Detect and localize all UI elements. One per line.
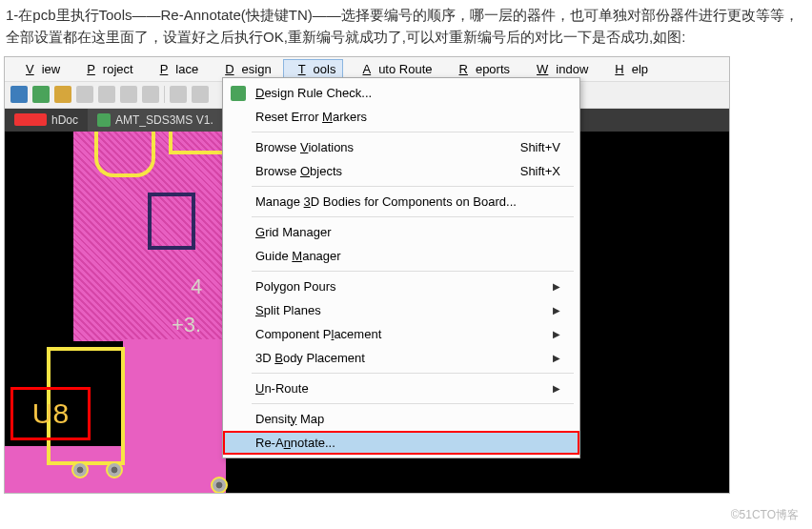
submenu-arrow-icon: ▶ [553,329,560,339]
menu-3d-body-placement[interactable]: 3D Body Placement▶ [223,346,579,370]
yellow-outline [94,132,155,177]
separator [164,86,165,103]
silk-text: 4 [191,275,202,299]
submenu-arrow-icon: ▶ [553,281,560,292]
tool-icon[interactable] [192,86,209,103]
tool-icon[interactable] [32,86,50,103]
red-highlight-icon [14,113,47,126]
menu-design[interactable]: Design [210,59,278,79]
menu-place[interactable]: Place [145,59,207,79]
app-window: View Project Place Design Tools Auto Rou… [4,56,730,494]
separator [252,186,574,187]
pad [211,477,228,494]
menu-polygon-pours[interactable]: Polygon Pours▶ [223,275,579,298]
menu-grid-manager[interactable]: Grid Manager [223,220,579,244]
doc-tab-1[interactable]: hDoc [5,109,88,132]
pcb-doc-icon [97,113,111,127]
pad [106,461,123,478]
shortcut: Shift+X [520,164,560,178]
menu-design-rule-check[interactable]: Design Rule Check... [223,81,579,105]
doc-tab-2[interactable]: AMT_SDS3MS V1. [88,109,223,132]
separator [252,132,574,132]
submenu-arrow-icon: ▶ [553,383,560,394]
tools-dropdown: Design Rule Check... Reset Error Markers… [222,77,580,458]
designator-u8: U8 [10,387,91,440]
menu-re-annotate[interactable]: Re-Annotate... [223,431,579,455]
menu-view[interactable]: View [10,59,68,79]
dark-outline [148,193,195,250]
zoom-icon[interactable] [142,86,159,103]
menu-window[interactable]: Window [521,59,596,79]
pcb-region [123,339,226,494]
yellow-outline [169,132,228,154]
tool-icon[interactable] [98,86,115,103]
tab-label: AMT_SDS3MS V1. [115,113,213,127]
menu-browse-objects[interactable]: Browse ObjectsShift+X [223,159,579,183]
separator [252,373,574,374]
separator [252,216,574,217]
menu-density-map[interactable]: Density Map [223,407,579,431]
zoom-icon[interactable] [120,86,137,103]
pad [71,461,89,478]
separator [252,403,574,404]
tool-icon[interactable] [10,86,28,103]
menu-help[interactable]: Help [599,59,656,79]
tool-icon[interactable] [76,86,93,103]
menu-manage-3d-bodies[interactable]: Manage 3D Bodies for Components on Board… [223,190,579,214]
tool-icon[interactable] [170,86,187,103]
menu-reset-error-markers[interactable]: Reset Error Markers [223,105,579,129]
menu-tools[interactable]: Tools [283,59,344,79]
article-intro-text: 1-在pcb里执行Tools——Re-Annotate(快捷键TN)——选择要编… [0,0,812,56]
shortcut: Shift+V [520,140,560,154]
separator [252,271,574,272]
menu-reports[interactable]: Reports [444,59,518,79]
menu-browse-violations[interactable]: Browse ViolationsShift+V [223,135,579,159]
tool-icon[interactable] [54,86,71,103]
menu-guide-manager[interactable]: Guide Manager [223,244,579,268]
menu-autoroute[interactable]: Auto Route [347,59,439,79]
tab-label: hDoc [51,113,78,127]
menu-split-planes[interactable]: Split Planes▶ [223,298,579,322]
menu-un-route[interactable]: Un-Route▶ [223,376,579,400]
submenu-arrow-icon: ▶ [553,353,560,363]
menu-project[interactable]: Project [71,59,140,79]
silk-text: +3. [172,313,201,337]
submenu-arrow-icon: ▶ [553,305,560,315]
menu-component-placement[interactable]: Component Placement▶ [223,322,579,346]
